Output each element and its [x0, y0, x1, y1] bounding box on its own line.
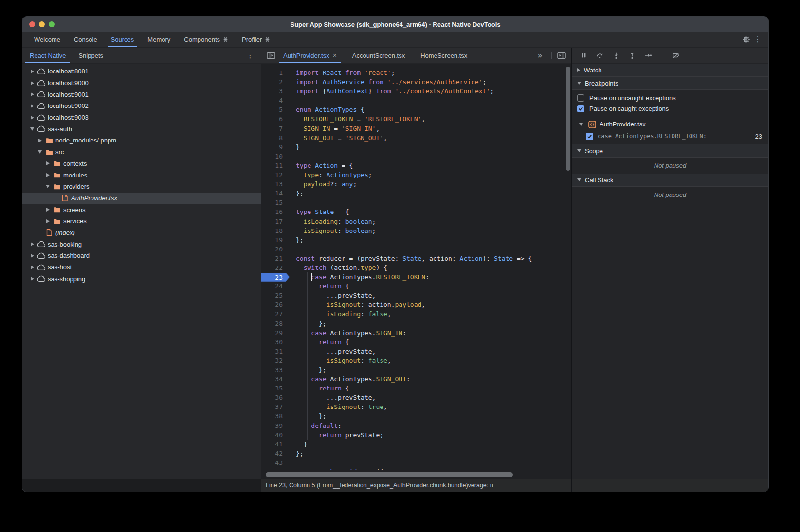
step-out-icon[interactable]: [626, 50, 638, 62]
line-number[interactable]: 40: [261, 430, 283, 440]
line-number[interactable]: 22: [261, 263, 283, 272]
tree-item-localhost-9003[interactable]: localhost:9003: [22, 112, 261, 124]
tree-collapsed-triangle-icon[interactable]: [28, 81, 36, 85]
code-line[interactable]: 9}: [261, 142, 571, 152]
code-line[interactable]: 5enum ActionTypes {: [261, 105, 571, 114]
section-watch[interactable]: Watch: [572, 64, 768, 77]
line-number[interactable]: 14: [261, 189, 283, 198]
main-tab-welcome[interactable]: Welcome: [27, 32, 67, 47]
pause-icon[interactable]: [578, 50, 590, 62]
step-over-icon[interactable]: [594, 50, 606, 62]
tree-collapsed-triangle-icon[interactable]: [28, 277, 36, 281]
tree-collapsed-triangle-icon[interactable]: [36, 139, 44, 142]
navigator-more-kebab-icon[interactable]: ⋮: [244, 50, 256, 61]
tree-item-localhost-9000[interactable]: localhost:9000: [22, 77, 261, 89]
line-number[interactable]: 32: [261, 356, 283, 365]
tree-item-sas-auth[interactable]: sas-auth: [22, 123, 261, 135]
line-number[interactable]: 44: [261, 467, 283, 470]
tree-item-sas-booking[interactable]: sas-booking: [22, 238, 261, 250]
tree-item-src[interactable]: src: [22, 146, 261, 158]
tree-collapsed-triangle-icon[interactable]: [44, 208, 52, 212]
code-line[interactable]: 37 isSignout: true,: [261, 402, 571, 411]
line-number[interactable]: 36: [261, 393, 283, 402]
code-line[interactable]: 27 isLoading: false,: [261, 309, 571, 319]
editor-tab-authprovider-tsx[interactable]: AuthProvider.tsx×: [279, 48, 341, 63]
line-number[interactable]: 9: [261, 142, 283, 152]
tree-collapsed-triangle-icon[interactable]: [28, 254, 36, 258]
tree-item-sas-dashboard[interactable]: sas-dashboard: [22, 250, 261, 262]
code-line[interactable]: 44const AuthProvider = ({: [261, 467, 571, 470]
main-tab-sources[interactable]: Sources: [104, 32, 141, 47]
tree-expanded-triangle-icon[interactable]: [28, 127, 36, 131]
code-line[interactable]: 38 };: [261, 411, 571, 421]
breakpoint-option[interactable]: Pause on caught exceptions: [572, 103, 768, 114]
code-line[interactable]: 31 ...prevState,: [261, 347, 571, 356]
code-line[interactable]: 35 return {: [261, 384, 571, 393]
line-number[interactable]: 35: [261, 384, 283, 393]
code-line[interactable]: 4: [261, 96, 571, 105]
line-number[interactable]: 39: [261, 421, 283, 430]
section-call-stack[interactable]: Call Stack: [572, 174, 768, 187]
editor-horizontal-scrollbar[interactable]: [261, 472, 571, 478]
tree-item-localhost-9002[interactable]: localhost:9002: [22, 100, 261, 112]
code-line[interactable]: 40 return prevState;: [261, 430, 571, 440]
breakpoint-file-group[interactable]: AuthProvider.tsx: [572, 118, 768, 130]
line-number[interactable]: 4: [261, 96, 283, 105]
line-number[interactable]: 20: [261, 245, 283, 254]
breakpoint-marker[interactable]: 23: [261, 273, 290, 282]
line-number[interactable]: 21: [261, 254, 283, 263]
line-number[interactable]: 28: [261, 319, 283, 328]
line-number[interactable]: 2: [261, 77, 283, 87]
code-line[interactable]: 39 default:: [261, 421, 571, 430]
code-line[interactable]: 18 isSignout: boolean;: [261, 226, 571, 235]
breakpoint-checkbox[interactable]: [586, 133, 593, 140]
code-line[interactable]: 6 RESTORE_TOKEN = 'RESTORE_TOKEN',: [261, 114, 571, 124]
line-number[interactable]: 33: [261, 365, 283, 374]
line-number[interactable]: 34: [261, 374, 283, 384]
line-number[interactable]: 29: [261, 328, 283, 337]
code-line[interactable]: 41 }: [261, 440, 571, 449]
line-number[interactable]: 19: [261, 235, 283, 245]
code-line[interactable]: 30 return {: [261, 337, 571, 347]
code-line[interactable]: 16type State = {: [261, 207, 571, 216]
line-number[interactable]: 16: [261, 207, 283, 216]
close-window-button[interactable]: [29, 21, 35, 27]
editor-tab-accountscreen-tsx[interactable]: AccountScreen.tsx: [348, 48, 409, 63]
main-tab-components[interactable]: Components: [177, 32, 235, 47]
maximize-window-button[interactable]: [49, 21, 55, 27]
step-into-icon[interactable]: [610, 50, 622, 62]
line-number[interactable]: 26: [261, 300, 283, 309]
tree-item-screens[interactable]: screens: [22, 204, 261, 215]
deactivate-breakpoints-icon[interactable]: [670, 50, 682, 62]
source-map-link[interactable]: __federation_expose_AuthProvider.chunk.b…: [333, 482, 466, 489]
main-tab-console[interactable]: Console: [67, 32, 104, 47]
tree-item-services[interactable]: services: [22, 215, 261, 227]
code-line[interactable]: 22 switch (action.type) {: [261, 263, 571, 272]
code-line[interactable]: 26 isSignout: action.payload,: [261, 300, 571, 309]
tree-collapsed-triangle-icon[interactable]: [28, 266, 36, 269]
line-number[interactable]: 24: [261, 282, 283, 291]
line-number[interactable]: 31: [261, 347, 283, 356]
main-tab-memory[interactable]: Memory: [141, 32, 177, 47]
navigator-tab-react-native[interactable]: React Native: [23, 48, 72, 63]
navigator-toggle-icon[interactable]: [265, 50, 277, 61]
code-line[interactable]: 43: [261, 458, 571, 467]
code-line[interactable]: 25 ...prevState,: [261, 291, 571, 300]
tree-item-modules[interactable]: modules: [22, 169, 261, 181]
tree-collapsed-triangle-icon[interactable]: [44, 219, 52, 223]
line-number[interactable]: 42: [261, 449, 283, 458]
checkbox-unchecked[interactable]: [577, 94, 584, 102]
tree-collapsed-triangle-icon[interactable]: [44, 161, 52, 165]
code-line[interactable]: 2import AuthService from '../services/Au…: [261, 77, 571, 87]
tree-item-node-modules-pnpm[interactable]: node_modules/.pnpm: [22, 135, 261, 146]
tree-expanded-triangle-icon[interactable]: [36, 150, 44, 154]
code-line[interactable]: 36 ...prevState,: [261, 393, 571, 402]
line-number[interactable]: 8: [261, 133, 283, 142]
code-line[interactable]: 32 isSignout: false,: [261, 356, 571, 365]
tree-item-contexts[interactable]: contexts: [22, 158, 261, 170]
line-number[interactable]: 6: [261, 114, 283, 124]
code-line[interactable]: 11type Action = {: [261, 161, 571, 170]
breakpoint-option[interactable]: Pause on uncaught exceptions: [572, 92, 768, 103]
code-line[interactable]: 21const reducer = (prevState: State, act…: [261, 254, 571, 263]
code-line[interactable]: 29 case ActionTypes.SIGN_IN:: [261, 328, 571, 337]
